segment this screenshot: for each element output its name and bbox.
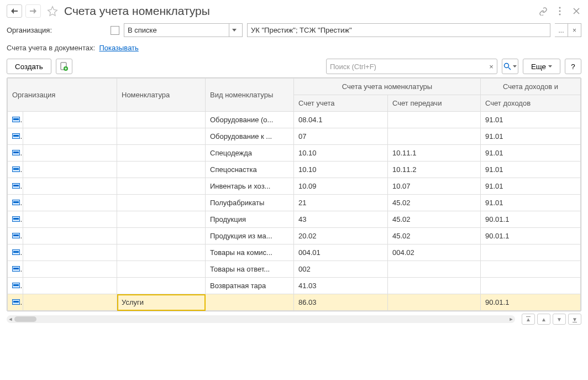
table-row[interactable]: Оборудование к ...0791.01 [8,128,581,145]
doc-accounts-link[interactable]: Показывать [99,44,138,52]
table-row[interactable]: Спецодежда10.1010.11.191.01 [8,145,581,162]
table-cell[interactable]: 91.01 [481,162,581,178]
filter-org-checkbox[interactable] [111,26,119,35]
table-cell[interactable]: Оборудование к ... [206,128,294,145]
table-cell[interactable]: Продукция [206,211,294,228]
table-row[interactable]: Товары на ответ...002 [8,261,581,278]
table-cell[interactable] [23,178,117,195]
table-cell[interactable]: Инвентарь и хоз... [206,178,294,195]
table-row[interactable]: Продукция из ма...20.0245.0290.01.1 [8,228,581,244]
table-cell[interactable]: 45.02 [388,211,481,228]
help-button[interactable]: ? [565,59,581,74]
table-cell[interactable] [117,228,206,244]
table-cell[interactable]: 41.03 [294,278,388,294]
filter-value-field[interactable]: УК "Престиж"; ТСЖ "Престиж" [247,23,550,37]
close-icon[interactable] [571,6,581,16]
table-row[interactable]: Инвентарь и хоз...10.0910.0791.01 [8,178,581,195]
dropdown-toggle-icon[interactable] [229,24,239,37]
table-cell[interactable] [117,128,206,145]
table-cell[interactable] [23,162,117,178]
nav-last-button[interactable]: ▼ [568,314,581,325]
scroll-thumb[interactable] [14,316,36,322]
search-clear-icon[interactable]: × [489,63,494,71]
table-cell[interactable]: 91.01 [481,128,581,145]
table-cell[interactable]: 10.10 [294,145,388,162]
table-cell[interactable] [23,211,117,228]
table-cell[interactable] [23,128,117,145]
copy-button[interactable] [56,59,72,74]
table-cell[interactable] [8,195,23,211]
search-input[interactable]: Поиск (Ctrl+F) × [326,59,497,74]
table-cell[interactable] [481,261,581,278]
table-cell[interactable]: 20.02 [294,228,388,244]
more-button[interactable]: Еще [523,59,560,74]
table-cell[interactable]: Продукция из ма... [206,228,294,244]
col-header-group-income[interactable]: Счета доходов и [481,79,581,95]
table-cell[interactable]: 45.02 [388,228,481,244]
create-button[interactable]: Создать [7,59,51,74]
table-cell[interactable] [8,278,23,294]
nav-forward-button[interactable] [25,4,41,18]
table-row[interactable]: Спецоснастка10.1010.11.291.01 [8,162,581,178]
table-cell[interactable] [117,162,206,178]
table-row[interactable]: Продукция4345.0290.01.1 [8,211,581,228]
table-cell[interactable] [206,294,294,311]
table-cell[interactable]: Оборудование (о... [206,112,294,128]
table-row[interactable]: Товары на комис...004.01004.02 [8,244,581,261]
table-cell[interactable] [23,261,117,278]
table-cell[interactable] [23,294,117,311]
table-cell[interactable]: 10.11.2 [388,162,481,178]
table-cell[interactable] [8,228,23,244]
table-cell[interactable] [117,195,206,211]
table-row[interactable]: Возвратная тара41.03 [8,278,581,294]
table-cell[interactable]: 10.07 [388,178,481,195]
table-cell[interactable] [117,112,206,128]
table-cell[interactable]: 10.09 [294,178,388,195]
col-header-group-accounts[interactable]: Счета учета номенклатуры [294,79,481,95]
table-cell[interactable] [8,145,23,162]
table-row[interactable]: Оборудование (о...08.04.191.01 [8,112,581,128]
table-cell[interactable]: 90.01.1 [481,294,581,311]
filter-mode-dropdown[interactable]: В списке [124,23,243,37]
table-cell[interactable] [23,145,117,162]
table-cell[interactable]: 08.04.1 [294,112,388,128]
table-cell[interactable] [388,294,481,311]
table-cell[interactable]: 91.01 [481,145,581,162]
col-header-nomenclature[interactable]: Номенклатура [117,79,206,112]
filter-clear-button[interactable]: × [568,23,581,37]
nav-first-button[interactable]: ▲ [522,314,535,325]
table-cell[interactable]: 45.02 [388,195,481,211]
col-header-income[interactable]: Счет доходов [481,95,581,112]
nav-back-button[interactable] [7,4,22,18]
table-cell[interactable]: 004.01 [294,244,388,261]
table-cell[interactable]: 10.10 [294,162,388,178]
table-cell[interactable] [8,261,23,278]
table-cell[interactable] [23,228,117,244]
table-cell[interactable]: 86.03 [294,294,388,311]
table-cell[interactable] [117,244,206,261]
table-cell[interactable] [8,244,23,261]
table-cell[interactable] [23,195,117,211]
table-cell[interactable] [117,211,206,228]
table-cell[interactable]: Возвратная тара [206,278,294,294]
table-cell[interactable] [388,261,481,278]
table-cell[interactable] [388,278,481,294]
table-cell[interactable]: 43 [294,211,388,228]
table-cell[interactable] [117,261,206,278]
col-header-transfer[interactable]: Счет передачи [388,95,481,112]
horizontal-scrollbar[interactable]: ◄ ► [7,315,515,323]
table-cell[interactable] [117,178,206,195]
table-cell[interactable] [117,278,206,294]
table-cell[interactable] [481,244,581,261]
table-cell[interactable]: 004.02 [388,244,481,261]
table-cell[interactable] [8,162,23,178]
table-cell[interactable] [8,112,23,128]
table-cell[interactable]: 90.01.1 [481,228,581,244]
table-cell[interactable]: 21 [294,195,388,211]
menu-dots-icon[interactable] [555,6,565,16]
table-cell[interactable]: 07 [294,128,388,145]
table-cell[interactable]: Спецоснастка [206,162,294,178]
table-cell[interactable] [8,128,23,145]
table-cell[interactable]: 91.01 [481,195,581,211]
table-cell[interactable] [8,294,23,311]
